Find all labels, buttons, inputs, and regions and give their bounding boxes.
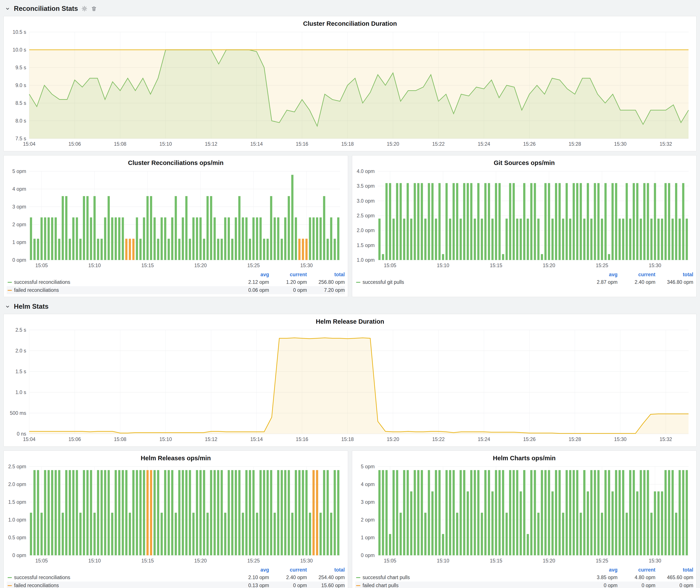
legend-col-avg[interactable]: avg xyxy=(231,567,269,573)
legend-col-avg[interactable]: avg xyxy=(580,567,618,573)
panel-title[interactable]: Cluster Reconciliation Duration xyxy=(7,18,693,29)
svg-text:15:08: 15:08 xyxy=(114,436,126,442)
helm-charts-opm-canvas[interactable]: 0 opm1 opm2 opm3 opm4 opm5 opm15:0515:10… xyxy=(355,464,693,565)
legend-col-total[interactable]: total xyxy=(655,272,693,278)
svg-text:15:28: 15:28 xyxy=(569,141,581,147)
legend-value: 0 opm xyxy=(618,583,655,588)
series-color-icon xyxy=(356,282,360,283)
panel-title[interactable]: Git Sources ops/min xyxy=(355,158,693,168)
dashboard: Reconciliation Stats Cluster Reconciliat… xyxy=(3,3,697,588)
svg-text:15:04: 15:04 xyxy=(23,141,35,147)
svg-text:15:30: 15:30 xyxy=(300,263,313,268)
svg-text:4 opm: 4 opm xyxy=(12,186,26,192)
svg-text:15:30: 15:30 xyxy=(649,558,661,564)
cluster-reconciliations-opm-canvas[interactable]: 0 opm1 opm2 opm3 opm4 opm5 opm15:0515:10… xyxy=(7,168,345,270)
panel-helm-releases-opm: Helm Releases ops/min 0 opm0.5 opm1.0 op… xyxy=(3,451,348,588)
legend-value: 465.60 opm xyxy=(655,575,693,580)
helm-releases-opm-canvas[interactable]: 0 opm0.5 opm1.0 opm1.5 opm2.0 opm2.5 opm… xyxy=(7,464,345,565)
legend-col-current[interactable]: current xyxy=(269,567,307,573)
section-header-helm-stats[interactable]: Helm Stats xyxy=(3,301,697,314)
legend-row: successful reconciliations2.12 opm1.20 o… xyxy=(7,278,345,286)
svg-text:1.0 opm: 1.0 opm xyxy=(357,257,375,263)
git-sources-opm-canvas[interactable]: 1.0 opm1.5 opm2.0 opm2.5 opm3.0 opm3.5 o… xyxy=(355,168,693,270)
legend-series-name[interactable]: failed reconciliations xyxy=(14,287,59,293)
panel-cluster-reconciliations-opm: Cluster Reconciliations ops/min 0 opm1 o… xyxy=(3,155,348,297)
legend-series-name[interactable]: failed chart pulls xyxy=(363,583,398,588)
svg-text:3 opm: 3 opm xyxy=(361,499,375,505)
svg-text:15:16: 15:16 xyxy=(296,436,308,442)
legend-series-name[interactable]: successful chart pulls xyxy=(363,575,410,580)
cluster-reconciliation-duration-chart[interactable]: 7.5 s8.0 s8.5 s9.0 s9.5 s10.0 s10.5 s15:… xyxy=(7,29,693,149)
section-title-reconciliation-stats[interactable]: Reconciliation Stats xyxy=(14,5,78,13)
series-color-icon xyxy=(8,282,12,283)
svg-text:2.0 opm: 2.0 opm xyxy=(8,481,26,487)
svg-text:15:15: 15:15 xyxy=(141,263,154,268)
svg-text:15:20: 15:20 xyxy=(543,558,555,564)
panel-title[interactable]: Helm Release Duration xyxy=(7,316,693,327)
svg-text:15:18: 15:18 xyxy=(341,141,354,147)
legend-col-current[interactable]: current xyxy=(618,272,655,278)
cluster-reconciliation-duration-canvas[interactable]: 7.5 s8.0 s8.5 s9.0 s9.5 s10.0 s10.5 s15:… xyxy=(7,29,693,149)
helm-release-duration-canvas[interactable]: 0 ns500 ms1.0 s1.5 s2.0 s2.5 s15:0415:06… xyxy=(7,327,693,444)
legend-value: 254.40 opm xyxy=(307,575,345,580)
chevron-down-icon[interactable] xyxy=(5,6,10,11)
svg-text:15:05: 15:05 xyxy=(384,263,396,268)
svg-text:15:14: 15:14 xyxy=(250,436,263,442)
svg-text:15:10: 15:10 xyxy=(159,436,172,442)
helm-charts-opm-chart[interactable]: 0 opm1 opm2 opm3 opm4 opm5 opm15:0515:10… xyxy=(355,464,693,565)
legend-col-total[interactable]: total xyxy=(307,272,345,278)
legend-value: 0 opm xyxy=(269,287,307,293)
svg-text:15:22: 15:22 xyxy=(432,436,445,442)
helm-release-duration-chart[interactable]: 0 ns500 ms1.0 s1.5 s2.0 s2.5 s15:0415:06… xyxy=(7,327,693,444)
legend-series-name[interactable]: successful git pulls xyxy=(363,279,404,285)
legend-series-name[interactable]: successful reconciliations xyxy=(14,279,70,285)
svg-text:15:20: 15:20 xyxy=(387,436,399,442)
svg-text:2 opm: 2 opm xyxy=(12,222,26,227)
legend-col-current[interactable]: current xyxy=(618,567,655,573)
svg-text:5 opm: 5 opm xyxy=(12,168,26,174)
legend-col-total[interactable]: total xyxy=(307,567,345,573)
series-color-icon xyxy=(356,585,360,586)
svg-text:15:10: 15:10 xyxy=(159,141,172,147)
svg-text:15:16: 15:16 xyxy=(296,141,308,147)
gear-icon[interactable] xyxy=(81,6,87,12)
svg-text:4 opm: 4 opm xyxy=(361,481,375,487)
legend-value: 2.40 opm xyxy=(618,279,655,285)
svg-text:0 opm: 0 opm xyxy=(361,552,375,558)
legend-col-current[interactable]: current xyxy=(269,272,307,278)
svg-text:15:26: 15:26 xyxy=(523,436,536,442)
svg-text:15:12: 15:12 xyxy=(205,436,218,442)
chevron-down-icon[interactable] xyxy=(5,304,10,309)
svg-text:15:25: 15:25 xyxy=(247,558,260,564)
git-sources-opm-chart[interactable]: 1.0 opm1.5 opm2.0 opm2.5 opm3.0 opm3.5 o… xyxy=(355,168,693,270)
svg-text:4.0 opm: 4.0 opm xyxy=(357,168,375,174)
legend-col-avg[interactable]: avg xyxy=(231,272,269,278)
svg-text:500 ms: 500 ms xyxy=(10,410,26,416)
cluster-reconciliations-opm-chart[interactable]: 0 opm1 opm2 opm3 opm4 opm5 opm15:0515:10… xyxy=(7,168,345,270)
svg-text:15:10: 15:10 xyxy=(437,558,449,564)
legend-col-total[interactable]: total xyxy=(655,567,693,573)
trash-icon[interactable] xyxy=(91,6,97,12)
panel-title[interactable]: Helm Releases ops/min xyxy=(7,453,345,464)
series-color-icon xyxy=(8,290,12,291)
svg-text:0 ns: 0 ns xyxy=(17,431,26,437)
panel-title[interactable]: Helm Charts ops/min xyxy=(355,453,693,464)
legend-value: 4.80 opm xyxy=(618,575,655,580)
svg-text:15:18: 15:18 xyxy=(341,436,354,442)
legend-value: 0.06 opm xyxy=(231,287,269,293)
legend-value: 0 opm xyxy=(269,583,307,588)
helm-releases-opm-chart[interactable]: 0 opm0.5 opm1.0 opm1.5 opm2.0 opm2.5 opm… xyxy=(7,464,345,565)
svg-text:15:30: 15:30 xyxy=(614,436,627,442)
legend-series-name[interactable]: failed reconciliations xyxy=(14,583,59,588)
svg-text:15:26: 15:26 xyxy=(523,141,536,147)
panel-title[interactable]: Cluster Reconciliations ops/min xyxy=(7,158,345,168)
section-header-reconciliation-stats[interactable]: Reconciliation Stats xyxy=(3,3,697,16)
legend-series-name[interactable]: successful reconciliations xyxy=(14,575,70,580)
svg-text:1 opm: 1 opm xyxy=(12,239,26,245)
legend-value: 2.10 opm xyxy=(231,575,269,580)
svg-text:1.5 s: 1.5 s xyxy=(15,369,26,374)
legend-value: 346.80 opm xyxy=(655,279,693,285)
legend-col-avg[interactable]: avg xyxy=(580,272,618,278)
section-title-helm-stats[interactable]: Helm Stats xyxy=(14,303,48,310)
svg-text:15:20: 15:20 xyxy=(543,263,555,268)
